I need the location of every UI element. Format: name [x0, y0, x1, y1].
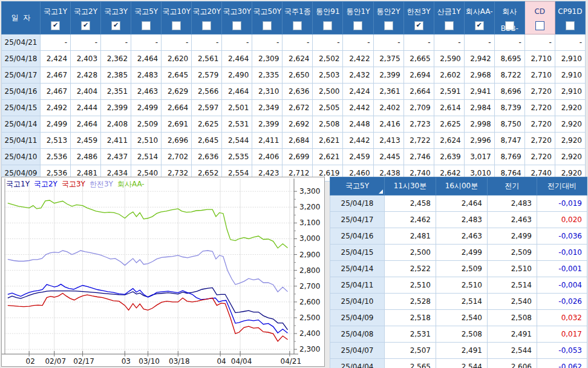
value-cell: 2,486: [71, 149, 101, 165]
axis-label: 03/10: [139, 357, 160, 366]
detail-row-25/04/10[interactable]: 25/04/102,5282,5142,540-0,026: [330, 294, 587, 310]
value-cell: 2,499: [436, 245, 488, 261]
column-header-국고20Y[interactable]: 국고20Y: [192, 2, 222, 34]
column-header-국고5Y[interactable]: 국고5Y: [131, 2, 162, 34]
value-cell: 2,720: [524, 100, 555, 116]
value-cell: 2,722: [403, 133, 434, 149]
checkbox-국고3Y[interactable]: ✔: [111, 21, 120, 30]
checkbox-국고50Y[interactable]: [263, 21, 272, 30]
checkbox-회사BBB-[interactable]: [505, 21, 514, 30]
checkbox-통안91[interactable]: [323, 21, 332, 30]
detail-header-row: 국고5Y11시30분16시00분전기전기대비: [330, 177, 587, 196]
value-cell: 2,510: [385, 277, 436, 294]
yield-row-25/04/18[interactable]: 25/04/182,4242,4032,3622,4642,6202,5612,…: [2, 51, 586, 67]
column-header-국고2Y[interactable]: 국고2Y✔: [71, 2, 101, 34]
detail-column-header: 16시00분: [436, 177, 488, 196]
checkbox-통안2Y[interactable]: [384, 21, 393, 30]
value-cell: 2,463: [488, 212, 537, 228]
date-cell: 25/04/04: [330, 359, 385, 368]
column-header-CP91D[interactable]: CP91D: [555, 2, 585, 34]
value-cell: 2,483: [436, 212, 488, 228]
axis-label: 3,100: [299, 218, 320, 227]
series-selector-header[interactable]: 국고5Y: [330, 177, 385, 196]
column-header-국고30Y[interactable]: 국고30Y: [222, 2, 252, 34]
checkbox-국고1Y[interactable]: ✔: [51, 21, 60, 30]
axis-label: 2,600: [299, 298, 320, 306]
value-cell: 2,720: [524, 84, 555, 100]
value-cell: 2,910: [555, 67, 585, 84]
column-header-회사AA-[interactable]: 회사AA-✔: [464, 2, 494, 34]
value-cell: 2,361: [373, 84, 403, 100]
checkbox-국고30Y[interactable]: [232, 21, 241, 30]
detail-row-25/04/07[interactable]: 25/04/072,5072,4912,544-0,053: [330, 343, 587, 359]
date-cell: 25/04/17: [2, 67, 41, 84]
column-header-한전3Y[interactable]: 한전3Y✔: [403, 2, 434, 34]
change-cell: -0,053: [537, 343, 587, 359]
value-cell: 2,411: [252, 133, 283, 149]
value-cell: 2,621: [313, 149, 343, 165]
value-cell: 2,501: [222, 100, 252, 116]
column-header-국고3Y[interactable]: 국고3Y✔: [101, 2, 131, 34]
detail-row-25/04/16[interactable]: 25/04/162,4812,4632,499-0,036: [330, 228, 587, 245]
checkbox-통안1Y[interactable]: [353, 21, 362, 30]
value-cell: 2,385: [101, 67, 131, 84]
detail-row-25/04/17[interactable]: 25/04/172,4622,4832,4630,020: [330, 212, 587, 228]
detail-row-25/04/14[interactable]: 25/04/142,5222,5092,510-0,001: [330, 261, 587, 277]
detail-row-25/04/11[interactable]: 25/04/112,5102,5102,514-0,004: [330, 277, 587, 294]
yield-row-25/04/15[interactable]: 25/04/152,4922,4442,3992,4992,6642,5972,…: [2, 100, 586, 116]
value-cell: 2,920: [555, 133, 585, 149]
checkbox-산금1Y[interactable]: [445, 21, 454, 30]
value-cell: 2,463: [436, 228, 488, 245]
yield-row-25/04/14[interactable]: 25/04/142,4992,4642,4082,5092,6912,6252,…: [2, 116, 586, 133]
detail-row-25/04/09[interactable]: 25/04/092,5182,5402,5080,032: [330, 310, 587, 326]
change-cell: 0,017: [537, 326, 587, 343]
value-cell: 2,467: [41, 67, 71, 84]
column-header-국고50Y[interactable]: 국고50Y: [252, 2, 283, 34]
column-header-국주1종[interactable]: 국주1종: [283, 2, 313, 34]
bond-yield-terminal: 일 자국고1Y✔국고2Y✔국고3Y✔국고5Y국고10Y국고20Y국고30Y국고5…: [0, 0, 588, 368]
checkbox-한전3Y[interactable]: ✔: [414, 21, 423, 30]
column-header-산금1Y[interactable]: 산금1Y: [434, 2, 464, 34]
checkbox-국고20Y[interactable]: [202, 21, 211, 30]
checkbox-CD[interactable]: [535, 21, 544, 30]
checkbox-CP91D[interactable]: [566, 21, 575, 30]
column-header-회사BBB-[interactable]: 회사BBB-: [494, 2, 524, 34]
value-cell: 2,625: [192, 116, 222, 133]
date-cell: 25/04/11: [330, 277, 385, 294]
detail-row-25/04/04[interactable]: 25/04/042,5652,5442,606-0,062: [330, 359, 587, 368]
column-header-국고1Y[interactable]: 국고1Y✔: [41, 2, 71, 34]
yield-row-25/04/16[interactable]: 25/04/162,4672,4042,3512,4632,6292,5662,…: [2, 84, 586, 100]
value-cell: 2,942: [464, 51, 494, 67]
value-cell: 8,695: [494, 51, 524, 67]
change-cell: -0,026: [537, 294, 587, 310]
value-cell: 2,684: [283, 133, 313, 149]
checkbox-회사AA-[interactable]: ✔: [475, 21, 484, 30]
yield-chart-panel: 3,3003,2003,1003,0002,9002,8002,7002,600…: [1, 177, 325, 367]
yield-row-25/04/11[interactable]: 25/04/112,5132,4592,4112,5102,6962,6452,…: [2, 133, 586, 149]
value-cell: 2,624: [283, 51, 313, 67]
column-header-통안1Y[interactable]: 통안1Y: [343, 2, 373, 34]
detail-row-25/04/08[interactable]: 25/04/082,5312,5082,4910,017: [330, 326, 587, 343]
value-cell: 2,510: [436, 277, 488, 294]
yield-row-25/04/17[interactable]: 25/04/172,4672,4282,3852,4832,6452,5792,…: [2, 67, 586, 84]
column-header-CD[interactable]: CD: [524, 2, 555, 34]
yield-row-25/04/21[interactable]: 25/04/21------------------: [2, 34, 586, 51]
column-label: 국고20Y: [192, 3, 221, 19]
checkbox-국고5Y[interactable]: [142, 21, 151, 30]
checkbox-국고2Y[interactable]: ✔: [81, 21, 90, 30]
detail-row-25/04/15[interactable]: 25/04/152,5002,4992,509-0,010: [330, 245, 587, 261]
checkbox-국고10Y[interactable]: [172, 21, 181, 30]
column-label: 한전3Y: [404, 3, 434, 19]
change-cell: -0,001: [537, 261, 587, 277]
value-cell: 2,335: [252, 67, 283, 84]
column-header-국고10Y[interactable]: 국고10Y: [162, 2, 192, 34]
column-header-통안2Y[interactable]: 통안2Y: [373, 2, 403, 34]
column-header-통안91[interactable]: 통안91: [313, 2, 343, 34]
detail-row-25/04/18[interactable]: 25/04/182,4582,4642,483-0,019: [330, 196, 587, 212]
yield-chart: 3,3003,2003,1003,0002,9002,8002,7002,600…: [2, 177, 324, 366]
yield-row-25/04/10[interactable]: 25/04/102,5362,4862,4372,5142,7022,6362,…: [2, 149, 586, 165]
value-cell: 2,508: [488, 310, 537, 326]
checkbox-국주1종[interactable]: [293, 21, 302, 30]
date-cell: 25/04/11: [2, 133, 41, 149]
value-cell: 2,614: [434, 100, 464, 116]
